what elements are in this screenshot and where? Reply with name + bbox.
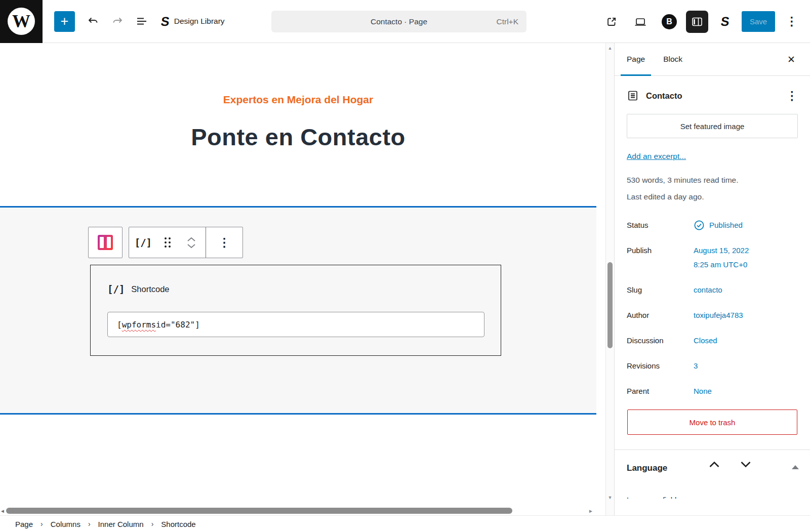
block-inserter-button[interactable]: +: [54, 11, 75, 32]
language-move-down-button[interactable]: [740, 461, 751, 468]
undo-icon: [87, 15, 99, 27]
chevron-down-icon: [740, 461, 751, 468]
select-columns-parent-button[interactable]: [88, 227, 123, 258]
shortcode-tag: wpforms: [122, 320, 156, 330]
breadcrumb-separator-icon: ›: [40, 520, 43, 528]
tab-block[interactable]: Block: [663, 43, 682, 75]
language-move-up-button[interactable]: [709, 461, 720, 468]
shortcode-input[interactable]: [wpforms id="682"]: [107, 312, 484, 337]
close-sidebar-button[interactable]: ✕: [783, 43, 800, 76]
topbar-right-cluster: B S Save ⋮: [599, 0, 804, 43]
row-status: Status Published: [627, 218, 798, 232]
plus-icon: +: [61, 15, 69, 28]
shortcode-open: [: [117, 320, 122, 330]
b-plugin-button[interactable]: B: [657, 10, 681, 34]
scroll-right-arrow-icon[interactable]: ►: [588, 508, 593, 514]
kebab-icon: ⋮: [219, 237, 230, 249]
row-publish: Publish August 15, 2022 8:25 am UTC+0: [627, 243, 798, 272]
breadcrumb-columns[interactable]: Columns: [51, 520, 80, 528]
block-options-button[interactable]: ⋮: [206, 227, 242, 258]
add-excerpt-link[interactable]: Add an excerpt...: [627, 152, 686, 161]
word-count-line: 530 words, 3 minutes read time.: [627, 172, 798, 189]
publish-date: August 15, 2022: [694, 243, 749, 258]
language-toggle-triangle-icon[interactable]: [792, 465, 799, 469]
design-library-button[interactable]: S Design Library: [161, 14, 225, 29]
drag-handle[interactable]: [157, 227, 178, 258]
discussion-value-button[interactable]: Closed: [694, 334, 717, 348]
move-to-trash-button[interactable]: Move to trash: [627, 410, 797, 435]
document-overview-button[interactable]: [130, 9, 154, 33]
scroll-left-arrow-icon[interactable]: ◄: [0, 508, 5, 514]
wordpress-logo-button[interactable]: W: [0, 0, 43, 43]
drag-dots-icon: [165, 237, 171, 248]
close-icon: ✕: [787, 54, 795, 65]
chevron-up-icon: [187, 237, 196, 242]
preview-button[interactable]: [628, 10, 653, 34]
command-palette[interactable]: Contacto · Page Ctrl+K: [271, 11, 526, 32]
publish-time: 8:25 am UTC+0: [694, 258, 749, 272]
row-slug: Slug contacto: [627, 283, 798, 297]
kicker-text-block[interactable]: Expertos en Mejora del Hogar: [0, 94, 596, 106]
row-revisions: Revisions 3: [627, 359, 798, 373]
list-view-icon: [136, 15, 148, 27]
shortcode-icon: [/]: [107, 283, 125, 295]
external-link-icon: [605, 16, 618, 28]
desktop-icon: [634, 16, 647, 28]
publish-date-button[interactable]: August 15, 2022 8:25 am UTC+0: [694, 243, 749, 272]
tab-page[interactable]: Page: [627, 43, 645, 75]
chevron-up-icon: [709, 461, 720, 468]
language-panel-header[interactable]: Language: [615, 450, 810, 484]
row-label: Author: [627, 308, 694, 322]
set-featured-image-button[interactable]: Set featured image: [627, 114, 798, 138]
shortcode-block-type-button[interactable]: [/]: [129, 227, 157, 258]
status-value-button[interactable]: Published: [694, 218, 743, 232]
breadcrumb-page[interactable]: Page: [15, 520, 33, 528]
spectra-icon: S: [720, 14, 730, 29]
scroll-down-arrow-icon[interactable]: ▼: [606, 495, 614, 500]
author-value-button[interactable]: toxipufeja4783: [694, 308, 743, 322]
vertical-scrollbar-thumb[interactable]: [608, 262, 613, 348]
row-label: Parent: [627, 384, 694, 398]
row-parent: Parent None: [627, 384, 798, 398]
editor-workspace: Expertos en Mejora del Hogar Ponte en Co…: [0, 43, 810, 515]
last-edited-line: Last edited a day ago.: [627, 189, 798, 206]
chevron-down-icon: [187, 243, 196, 249]
revisions-value-button[interactable]: 3: [694, 359, 698, 373]
kebab-icon: ⋮: [786, 16, 798, 27]
row-label: Slug: [627, 283, 694, 297]
section-separator-bottom: [0, 413, 596, 415]
spectra-icon: S: [160, 14, 170, 29]
undo-button[interactable]: [81, 9, 105, 33]
redo-icon: [111, 15, 124, 27]
row-label: Publish: [627, 243, 694, 258]
options-menu-button[interactable]: ⋮: [780, 10, 804, 34]
kebab-icon: ⋮: [786, 89, 798, 102]
language-panel-label: Language: [627, 463, 667, 473]
settings-sidebar-toggle[interactable]: [686, 11, 708, 33]
view-page-button[interactable]: [599, 10, 624, 34]
row-discussion: Discussion Closed: [627, 334, 798, 348]
shortcode-icon: [/]: [135, 237, 152, 248]
command-shortcut: Ctrl+K: [497, 17, 519, 26]
breadcrumb-separator-icon: ›: [151, 520, 154, 528]
vertical-scrollbar[interactable]: ▲ ▼: [605, 43, 614, 515]
row-label: Status: [627, 218, 694, 232]
b-badge-icon: B: [662, 14, 677, 29]
parent-value-button[interactable]: None: [694, 384, 712, 398]
published-check-icon: [694, 220, 705, 231]
block-mover[interactable]: [178, 227, 206, 258]
page-heading-block[interactable]: Ponte en Contacto: [0, 123, 596, 151]
shortcode-block[interactable]: [/] Shortcode [wpforms id="682"]: [90, 265, 501, 356]
slug-value-button[interactable]: contacto: [694, 283, 722, 297]
horizontal-scrollbar-thumb[interactable]: [6, 508, 512, 514]
document-summary-row: Contacto ⋮: [615, 76, 810, 102]
save-button[interactable]: Save: [742, 11, 775, 32]
redo-button[interactable]: [105, 9, 130, 33]
scroll-up-arrow-icon[interactable]: ▲: [606, 46, 614, 51]
document-actions-button[interactable]: ⋮: [786, 90, 798, 102]
horizontal-scrollbar[interactable]: ◄ ►: [0, 507, 605, 515]
breadcrumb-shortcode[interactable]: Shortcode: [161, 520, 195, 528]
page-attributes-rows: Status Published Publish August 15, 2022…: [627, 218, 798, 398]
spectra-settings-button[interactable]: S: [713, 10, 737, 34]
breadcrumb-inner-column[interactable]: Inner Column: [98, 520, 144, 528]
